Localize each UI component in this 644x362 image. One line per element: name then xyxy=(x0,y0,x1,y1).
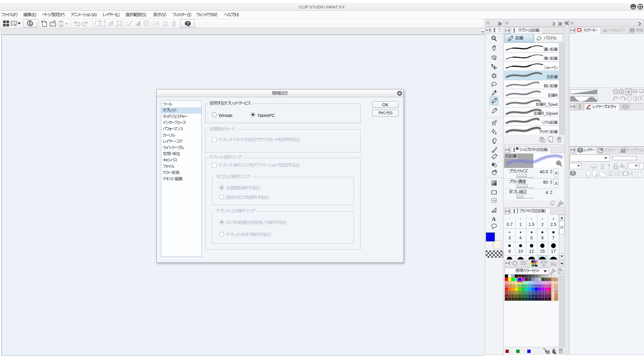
svg-text:?: ? xyxy=(187,21,189,25)
svg-text:A: A xyxy=(492,216,496,222)
